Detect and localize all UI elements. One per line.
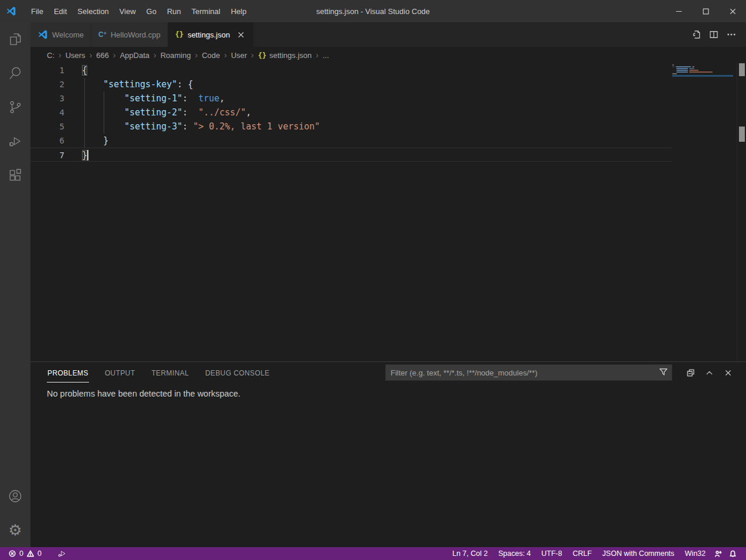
open-settings-ui-button[interactable] xyxy=(687,26,705,43)
panel-tab-problems[interactable]: PROBLEMS xyxy=(47,363,89,383)
problems-filter-input[interactable] xyxy=(385,364,672,381)
breadcrumb-item[interactable]: Roaming xyxy=(160,51,191,60)
code-line[interactable]: 1{ xyxy=(30,63,672,77)
activity-extensions[interactable] xyxy=(0,158,30,192)
panel-tab-debug-console[interactable]: DEBUG CONSOLE xyxy=(205,363,271,383)
menubar: FileEditSelectionViewGoRunTerminalHelp xyxy=(26,0,252,22)
editor-scrollbar[interactable] xyxy=(737,63,746,361)
panel-actions xyxy=(679,365,735,380)
more-actions-button[interactable] xyxy=(723,26,740,43)
tab-close-button[interactable] xyxy=(236,29,247,40)
run-debug-status-icon[interactable] xyxy=(54,549,70,558)
warning-count: 0 xyxy=(37,549,42,558)
titlebar: FileEditSelectionViewGoRunTerminalHelp s… xyxy=(0,0,746,22)
code-line-content: "settings-key": { xyxy=(64,77,193,91)
overview-ruler-mark xyxy=(739,127,745,142)
error-icon xyxy=(8,549,16,558)
code-line[interactable]: 2 "settings-key": { xyxy=(30,77,672,91)
minimize-button[interactable] xyxy=(665,0,692,22)
overview-ruler-mark xyxy=(739,63,745,76)
close-window-button[interactable] xyxy=(719,0,746,22)
chevron-right-icon: › xyxy=(224,50,227,60)
breadcrumb-item[interactable]: ... xyxy=(323,51,329,60)
files-icon xyxy=(8,32,23,47)
editor-pane[interactable]: 1{2 "settings-key": {3 "setting-1": true… xyxy=(30,63,746,361)
account-icon xyxy=(8,489,23,504)
chevron-right-icon: › xyxy=(195,50,198,60)
line-number[interactable]: 4 xyxy=(30,105,64,119)
line-number[interactable]: 1 xyxy=(30,63,64,77)
close-icon xyxy=(724,368,733,377)
window-title: settings.json - Visual Studio Code xyxy=(316,7,430,16)
breadcrumb-item[interactable]: Users xyxy=(66,51,85,60)
activity-manage[interactable]: ⚙ xyxy=(0,513,30,547)
status-bar: 0 0 Ln 7, Col 2Spaces: 4UTF-8CRLFJSON wi… xyxy=(0,547,746,560)
problems-status[interactable]: 0 0 xyxy=(6,549,44,558)
tab-helloword-cpp[interactable]: C+HelloWord.cpp xyxy=(91,22,168,47)
code-line[interactable]: 6 } xyxy=(30,134,672,148)
line-number[interactable]: 7 xyxy=(30,148,64,161)
collapse-all-button[interactable] xyxy=(683,365,698,380)
menu-edit[interactable]: Edit xyxy=(49,0,72,22)
breadcrumb-item[interactable]: Code xyxy=(202,51,220,60)
status-win32[interactable]: Win32 xyxy=(680,549,711,558)
menu-go[interactable]: Go xyxy=(141,0,162,22)
code-line-content: "setting-2": "../css/", xyxy=(64,105,251,119)
breadcrumb-item[interactable]: AppData xyxy=(120,51,150,60)
panel-header: PROBLEMSOUTPUTTERMINALDEBUG CONSOLE xyxy=(30,362,746,383)
bottom-panel: PROBLEMSOUTPUTTERMINALDEBUG CONSOLE No p… xyxy=(30,361,746,547)
warning-icon xyxy=(26,549,35,558)
code-line[interactable]: 3 "setting-1": true, xyxy=(30,91,672,105)
menu-terminal[interactable]: Terminal xyxy=(186,0,225,22)
breadcrumb-item[interactable]: 666 xyxy=(96,51,109,60)
menu-run[interactable]: Run xyxy=(162,0,186,22)
breadcrumb-item[interactable]: User xyxy=(231,51,247,60)
feedback-icon[interactable] xyxy=(711,549,726,558)
menu-view[interactable]: View xyxy=(114,0,141,22)
collapse-all-icon xyxy=(686,368,696,378)
status-crlf[interactable]: CRLF xyxy=(567,549,597,558)
editor-actions xyxy=(687,22,740,47)
maximize-panel-button[interactable] xyxy=(701,365,717,380)
line-number[interactable]: 6 xyxy=(30,134,64,148)
code-line[interactable]: 4 "setting-2": "../css/", xyxy=(30,105,672,119)
chevron-right-icon: › xyxy=(153,50,156,60)
close-panel-button[interactable] xyxy=(720,365,735,380)
activity-accounts[interactable] xyxy=(0,479,30,513)
minimap[interactable] xyxy=(672,63,737,361)
line-number[interactable]: 2 xyxy=(30,77,64,91)
activity-source-control[interactable] xyxy=(0,90,30,124)
tab-label: HelloWord.cpp xyxy=(111,30,160,39)
split-editor-button[interactable] xyxy=(705,26,723,43)
editor-tab-bar: WelcomeC+HelloWord.cpp{}settings.json xyxy=(30,22,746,47)
status-utf-8[interactable]: UTF-8 xyxy=(536,549,567,558)
panel-tab-output[interactable]: OUTPUT xyxy=(104,363,136,383)
settings-file-icon xyxy=(691,29,701,40)
window-controls xyxy=(665,0,746,22)
code-line[interactable]: 7} xyxy=(30,148,672,162)
line-number[interactable]: 5 xyxy=(30,119,64,134)
line-number[interactable]: 3 xyxy=(30,91,64,105)
tab-welcome[interactable]: Welcome xyxy=(30,22,91,47)
status-spaces-4[interactable]: Spaces: 4 xyxy=(493,549,536,558)
panel-tab-terminal[interactable]: TERMINAL xyxy=(151,363,190,383)
code-line-content: } xyxy=(64,148,88,161)
status-json-with-comments[interactable]: JSON with Comments xyxy=(597,549,680,558)
maximize-button[interactable] xyxy=(692,0,719,22)
code-line[interactable]: 5 "setting-3": "> 0.2%, last 1 version" xyxy=(30,119,672,134)
activity-search[interactable] xyxy=(0,56,30,90)
breadcrumb-item[interactable]: C: xyxy=(47,51,54,60)
menu-file[interactable]: File xyxy=(26,0,49,22)
bell-icon[interactable] xyxy=(726,549,740,558)
chevron-right-icon: › xyxy=(316,50,319,60)
cpp-file-icon: C+ xyxy=(98,30,107,39)
breadcrumb-item[interactable]: {}settings.json xyxy=(258,51,312,60)
menu-help[interactable]: Help xyxy=(225,0,252,22)
menu-selection[interactable]: Selection xyxy=(72,0,114,22)
tab-label: Welcome xyxy=(52,30,84,39)
status-ln-7-col-2[interactable]: Ln 7, Col 2 xyxy=(447,549,492,558)
code-editor[interactable]: 1{2 "settings-key": {3 "setting-1": true… xyxy=(30,63,672,162)
activity-run-and-debug[interactable] xyxy=(0,124,30,158)
activity-explorer[interactable] xyxy=(0,22,30,56)
tab-settings-json[interactable]: {}settings.json xyxy=(168,22,254,47)
